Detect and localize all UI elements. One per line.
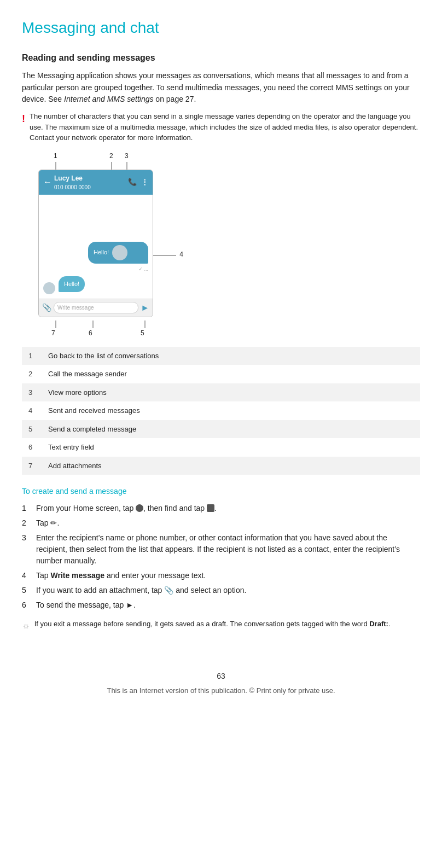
section1-para1: The Messaging application shows your mes… — [22, 70, 420, 106]
row-desc: Go back to the list of conversations — [42, 347, 420, 365]
row-num: 7 — [22, 457, 42, 475]
page-number: 63 — [22, 671, 420, 682]
step-item: 3Enter the recipient’s name or phone num… — [22, 532, 420, 567]
step-item: 5If you want to add an attachment, tap 📎… — [22, 585, 420, 596]
attachment-icon: 📎 — [164, 586, 173, 595]
send-button: ► — [141, 301, 149, 314]
row-num: 5 — [22, 420, 42, 439]
step-number: 6 — [22, 599, 31, 611]
step-item: 1From your Home screen, tap , then find … — [22, 503, 420, 514]
row-desc: Sent and received messages — [42, 401, 420, 420]
contact-avatar — [43, 282, 55, 294]
step-text: Enter the recipient’s name or phone numb… — [36, 532, 420, 567]
tip-icon: ☼ — [22, 619, 30, 632]
table-row: 1Go back to the list of conversations — [22, 347, 420, 365]
home-icon — [136, 504, 143, 512]
step-item: 2Tap ✏. — [22, 517, 420, 529]
table-row: 4Sent and received messages — [22, 401, 420, 420]
row-desc: Call the message sender — [42, 365, 420, 383]
note-icon: ! — [22, 112, 25, 126]
labels-table: 1Go back to the list of conversations2Ca… — [22, 347, 420, 475]
messages-area: Hello! ✓ ... Hello! — [43, 242, 148, 294]
table-row: 2Call the message sender — [22, 365, 420, 383]
received-message-bubble: Hello! — [59, 276, 85, 292]
step-number: 2 — [22, 517, 31, 529]
timestamp: ✓ ... — [43, 266, 148, 273]
messaging-icon — [207, 504, 214, 512]
step-item: 4Tap Write message and enter your messag… — [22, 570, 420, 581]
phone-header-icons: 📞 ⋮ — [128, 177, 148, 188]
table-row: 7Add attachments — [22, 457, 420, 475]
row-num: 4 — [22, 401, 42, 420]
phone-header: ← Lucy Lee 010 0000 0000 📞 ⋮ — [39, 170, 153, 195]
note-block: ! The number of characters that you can … — [22, 111, 420, 143]
annot-2: 2 — [109, 151, 113, 161]
row-desc: Text entry field — [42, 438, 420, 457]
row-desc: View more options — [42, 383, 420, 402]
step-text: Tap Write message and enter your message… — [36, 570, 420, 581]
row-num: 6 — [22, 438, 42, 457]
send-icon: ► — [126, 601, 133, 609]
step-number: 4 — [22, 570, 31, 581]
avatar — [112, 245, 127, 260]
bold-text: Write message — [50, 571, 104, 580]
section1-heading: Reading and sending messages — [22, 51, 420, 65]
tip-text: If you exit a message before sending, it… — [34, 619, 391, 630]
step-text: Tap ✏. — [36, 517, 420, 529]
step-text: From your Home screen, tap , then find a… — [36, 503, 420, 514]
annot-7: 7 — [51, 328, 55, 338]
annot-1: 1 — [54, 151, 57, 161]
annot-6: 6 — [89, 328, 92, 338]
steps-list: 1From your Home screen, tap , then find … — [22, 503, 420, 611]
copyright-text: This is an Internet version of this publ… — [107, 686, 335, 695]
step-number: 3 — [22, 532, 31, 544]
page-title: Messaging and chat — [22, 16, 420, 39]
tip-block: ☼ If you exit a message before sending, … — [22, 619, 420, 632]
write-message-field: Write message — [54, 302, 138, 313]
step-number: 1 — [22, 503, 31, 514]
received-message-row: Hello! — [43, 276, 148, 294]
table-row: 6Text entry field — [22, 438, 420, 457]
back-arrow-icon: ← — [43, 176, 52, 189]
annot-3: 3 — [125, 151, 129, 161]
phone-body: Hello! ✓ ... Hello! — [39, 195, 153, 299]
page-footer: 63 This is an Internet version of this p… — [22, 665, 420, 696]
step-number: 5 — [22, 585, 31, 596]
phone-screenshot: ← Lucy Lee 010 0000 0000 📞 ⋮ Hello! — [38, 170, 153, 317]
table-row: 5Send a completed message — [22, 420, 420, 439]
annot-5: 5 — [141, 328, 144, 338]
phone-diagram: 1 2 3 ← Lucy Lee 010 0000 0000 — [33, 151, 191, 338]
row-desc: Send a completed message — [42, 420, 420, 439]
table-row: 3View more options — [22, 383, 420, 402]
phone-footer: 📎 Write message ► — [39, 299, 153, 317]
step-item: 6To send the message, tap ►. — [22, 599, 420, 611]
section2-heading: To create and send a message — [22, 486, 420, 497]
row-num: 3 — [22, 383, 42, 402]
sent-message-bubble: Hello! — [88, 242, 148, 264]
note-text: The number of characters that you can se… — [30, 111, 420, 143]
more-options-icon: ⋮ — [141, 177, 148, 188]
row-num: 2 — [22, 365, 42, 383]
row-num: 1 — [22, 347, 42, 365]
step-text: If you want to add an attachment, tap 📎 … — [36, 585, 420, 596]
step-text: To send the message, tap ►. — [36, 599, 420, 611]
attach-icon: 📎 — [42, 302, 51, 313]
row-desc: Add attachments — [42, 457, 420, 475]
call-icon: 📞 — [128, 177, 137, 188]
